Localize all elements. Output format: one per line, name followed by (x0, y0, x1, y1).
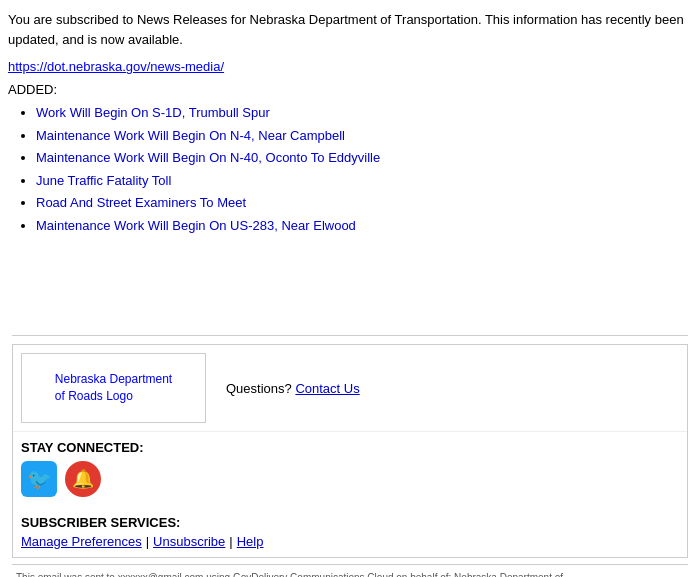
bell-icon: 🔔 (72, 468, 94, 490)
help-link[interactable]: Help (237, 534, 264, 549)
footer-top-divider (12, 335, 688, 336)
logo-container: Nebraska Department of Roads Logo (21, 353, 206, 423)
separator-1: | (146, 534, 149, 549)
email-body: You are subscribed to News Releases for … (0, 0, 700, 577)
list-item: Maintenance Work Will Begin On N-40, Oco… (36, 148, 692, 168)
notification-button[interactable]: 🔔 (65, 461, 101, 497)
footer-section: Nebraska Department of Roads Logo Questi… (12, 344, 688, 558)
manage-preferences-link[interactable]: Manage Preferences (21, 534, 142, 549)
twitter-icon: 🐦 (27, 467, 52, 491)
news-media-link[interactable]: https://dot.nebraska.gov/news-media/ (8, 59, 224, 74)
logo-text: Nebraska Department of Roads Logo (55, 371, 172, 405)
bottom-footer: This email was sent to xxxxxx@gmail.com … (8, 565, 692, 577)
spacer (8, 255, 692, 335)
questions-label: Questions? (226, 381, 292, 396)
subscriber-services-label: SUBSCRIBER SERVICES: (21, 515, 679, 530)
news-item-1[interactable]: Work Will Begin On S-1D, Trumbull Spur (36, 105, 270, 120)
intro-text: You are subscribed to News Releases for … (8, 12, 684, 47)
list-item: June Traffic Fatality Toll (36, 171, 692, 191)
stay-connected-label: STAY CONNECTED: (21, 440, 679, 455)
intro-paragraph: You are subscribed to News Releases for … (8, 10, 692, 49)
contact-us-link[interactable]: Contact Us (295, 381, 359, 396)
footer-disclaimer: This email was sent to xxxxxx@gmail.com … (16, 571, 596, 577)
list-item: Maintenance Work Will Begin On N-4, Near… (36, 126, 692, 146)
list-item: Work Will Begin On S-1D, Trumbull Spur (36, 103, 692, 123)
list-item: Road And Street Examiners To Meet (36, 193, 692, 213)
unsubscribe-link[interactable]: Unsubscribe (153, 534, 225, 549)
subscriber-services-section: SUBSCRIBER SERVICES: Manage Preferences … (13, 511, 687, 557)
social-icons: 🐦 🔔 (21, 461, 679, 497)
news-item-2[interactable]: Maintenance Work Will Begin On N-4, Near… (36, 128, 345, 143)
logo-line1: Nebraska Department (55, 372, 172, 386)
news-item-5[interactable]: Road And Street Examiners To Meet (36, 195, 246, 210)
news-list: Work Will Begin On S-1D, Trumbull Spur M… (36, 103, 692, 235)
news-link-section: https://dot.nebraska.gov/news-media/ (8, 59, 692, 74)
news-item-6[interactable]: Maintenance Work Will Begin On US-283, N… (36, 218, 356, 233)
list-item: Maintenance Work Will Begin On US-283, N… (36, 216, 692, 236)
twitter-button[interactable]: 🐦 (21, 461, 57, 497)
stay-connected-section: STAY CONNECTED: 🐦 🔔 (13, 431, 687, 511)
news-item-4[interactable]: June Traffic Fatality Toll (36, 173, 171, 188)
subscriber-links: Manage Preferences | Unsubscribe | Help (21, 534, 679, 549)
questions-area: Questions? Contact Us (226, 381, 360, 396)
added-label: ADDED: (8, 82, 692, 97)
news-item-3[interactable]: Maintenance Work Will Begin On N-40, Oco… (36, 150, 380, 165)
logo-line2: of Roads Logo (55, 389, 133, 403)
separator-2: | (229, 534, 232, 549)
footer-top: Nebraska Department of Roads Logo Questi… (13, 345, 687, 431)
